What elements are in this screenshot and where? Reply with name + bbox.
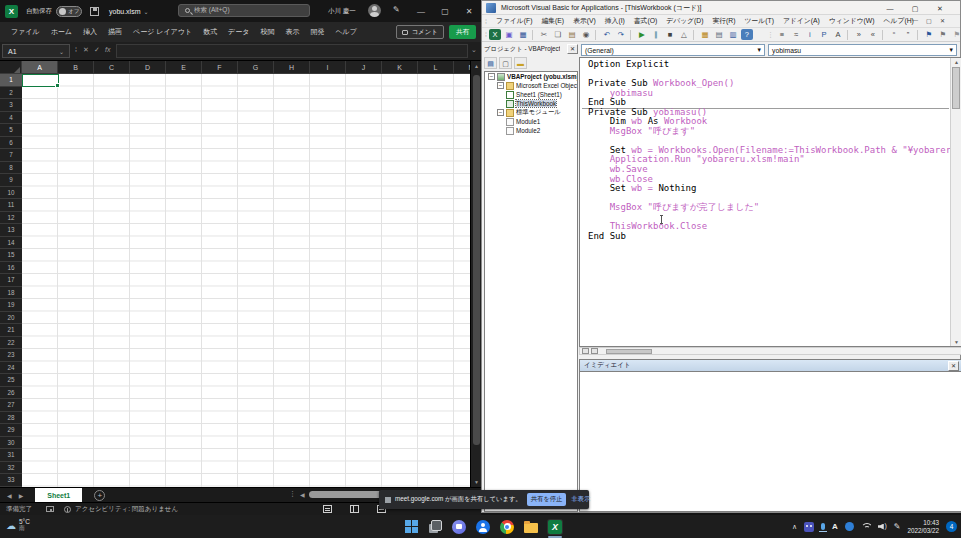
vba-menu-3[interactable]: 挿入(I) [605, 16, 625, 26]
code-horizontal-scrollbar[interactable] [579, 347, 961, 355]
excel-maximize-button[interactable]: ▢ [434, 0, 456, 22]
hide-share-bar-link[interactable]: 非表示 [571, 495, 590, 504]
uncomment-block-icon[interactable]: ” [902, 29, 914, 40]
tree-item-project[interactable]: −VBAProject (yobu.xlsm) [485, 72, 577, 81]
cancel-entry-icon[interactable]: ✕ [83, 46, 89, 54]
object-dropdown[interactable]: (General) ▾ [581, 44, 765, 56]
code-vscroll-thumb[interactable] [952, 67, 960, 109]
ribbon-tab-10[interactable]: ヘルプ [335, 27, 357, 37]
comment-block-icon[interactable]: “ [888, 29, 900, 40]
column-header-K[interactable]: K [382, 61, 418, 73]
quick-info-icon[interactable]: i [804, 29, 816, 40]
formula-expand-caret-icon[interactable]: ⌄ [471, 46, 477, 54]
formula-input[interactable] [116, 44, 468, 58]
row-header-20[interactable]: 20 [0, 312, 22, 325]
child-close-icon[interactable]: ✕ [940, 17, 945, 24]
fx-icon[interactable]: fx [105, 46, 110, 53]
code-scroll-up-icon[interactable]: ▲ [951, 59, 961, 65]
run-icon[interactable]: ▶ [636, 29, 648, 40]
project-explorer-icon[interactable]: ▦ [699, 29, 711, 40]
column-header-C[interactable]: C [94, 61, 130, 73]
cut-icon[interactable]: ✂ [538, 29, 550, 40]
task-taskbar-icon[interactable] [427, 519, 443, 535]
row-header-24[interactable]: 24 [0, 362, 22, 375]
vba-menu-1[interactable]: 編集(E) [541, 16, 564, 26]
help-icon[interactable]: ? [741, 29, 753, 40]
toggle-bookmark-icon[interactable]: ⚑ [923, 29, 935, 40]
code-scroll-down-icon[interactable]: ▼ [951, 339, 961, 345]
workbook-filename[interactable]: yobu.xlsm [109, 8, 141, 15]
cells-area[interactable] [22, 74, 470, 487]
toolbar-overflow-icon[interactable]: ⋮ [767, 31, 774, 39]
tree-item-folder[interactable]: −標準モジュール [485, 108, 577, 117]
sheet-nav-left-icon[interactable]: ◀ [7, 492, 12, 499]
row-header-26[interactable]: 26 [0, 387, 22, 400]
tree-item-module[interactable]: Module2 [485, 126, 577, 135]
procedure-dropdown[interactable]: yobimasu ▾ [768, 44, 957, 56]
chrome-taskbar-icon[interactable] [499, 519, 515, 535]
vba-menu-6[interactable]: 実行(R) [712, 16, 735, 26]
row-header-28[interactable]: 28 [0, 412, 22, 425]
vba-menu-10[interactable]: ヘルプ(H) [884, 16, 914, 26]
microphone-icon[interactable] [821, 523, 825, 530]
column-header-H[interactable]: H [274, 61, 310, 73]
full-module-view-icon[interactable] [591, 348, 598, 354]
toggle-folders-icon[interactable]: ▬ [514, 57, 527, 69]
ribbon-tab-9[interactable]: 開発 [310, 27, 324, 37]
chat-taskbar-icon[interactable] [451, 519, 467, 535]
break-icon[interactable]: ∥ [650, 29, 662, 40]
properties-window-icon[interactable]: ▤ [713, 29, 725, 40]
confirm-entry-icon[interactable]: ✓ [94, 46, 100, 54]
row-header-14[interactable]: 14 [0, 237, 22, 250]
row-header-25[interactable]: 25 [0, 374, 22, 387]
column-header-E[interactable]: E [166, 61, 202, 73]
pen-tray-icon[interactable]: ✎ [894, 522, 901, 531]
complete-word-icon[interactable]: A [832, 29, 844, 40]
ribbon-tab-1[interactable]: ホーム [51, 27, 72, 37]
list-constants-icon[interactable]: ≈ [790, 29, 802, 40]
row-header-16[interactable]: 16 [0, 262, 22, 275]
undo-icon[interactable]: ↶ [601, 29, 613, 40]
row-header-33[interactable]: 33 [0, 474, 22, 487]
tree-item-sheet[interactable]: Sheet1 (Sheet1) [485, 90, 577, 99]
tray-blue-app-icon[interactable] [845, 522, 854, 531]
paste-icon[interactable]: ▤ [566, 29, 578, 40]
tab-splitter-icon[interactable]: ⋮ [289, 490, 296, 498]
row-header-22[interactable]: 22 [0, 337, 22, 350]
folder-taskbar-icon[interactable] [523, 519, 539, 535]
design-mode-icon[interactable]: △ [678, 29, 690, 40]
clock[interactable]: 10:43 2022/03/22 [907, 519, 939, 534]
project-close-icon[interactable]: ✕ [567, 44, 578, 54]
row-header-8[interactable]: 8 [0, 162, 22, 175]
object-browser-icon[interactable]: ▥ [727, 29, 739, 40]
row-header-1[interactable]: 1 [0, 74, 22, 87]
vba-menu-7[interactable]: ツール(T) [745, 16, 774, 26]
sheet-tab-Sheet1[interactable]: Sheet1 [35, 488, 82, 503]
share-button[interactable]: 共有 [449, 25, 476, 39]
row-header-29[interactable]: 29 [0, 424, 22, 437]
outdent-icon[interactable]: « [867, 29, 879, 40]
immediate-close-icon[interactable]: ✕ [948, 361, 959, 371]
code-vertical-scrollbar[interactable]: ▲ ▼ [950, 58, 961, 346]
row-header-9[interactable]: 9 [0, 174, 22, 187]
row-header-23[interactable]: 23 [0, 349, 22, 362]
code-hscroll-thumb[interactable] [606, 349, 652, 354]
vba-menu-0[interactable]: ファイル(F) [496, 16, 533, 26]
hidden-icons-chevron-icon[interactable]: ∧ [792, 523, 797, 531]
save-icon[interactable] [90, 7, 99, 16]
row-header-30[interactable]: 30 [0, 437, 22, 450]
notification-badge[interactable]: 4 [946, 521, 957, 532]
autosave-toggle[interactable]: オフ [56, 6, 82, 17]
row-header-12[interactable]: 12 [0, 212, 22, 225]
stop-sharing-button[interactable]: 共有を停止 [527, 493, 567, 506]
ribbon-tab-3[interactable]: 描画 [108, 27, 122, 37]
ribbon-tab-8[interactable]: 表示 [285, 27, 299, 37]
column-header-G[interactable]: G [238, 61, 274, 73]
immediate-content[interactable] [579, 372, 961, 512]
row-header-17[interactable]: 17 [0, 274, 22, 287]
row-header-6[interactable]: 6 [0, 137, 22, 150]
tree-item-folder[interactable]: −Microsoft Excel Objects [485, 81, 577, 90]
column-header-A[interactable]: A [22, 61, 58, 73]
start-taskbar-icon[interactable] [403, 519, 419, 535]
column-header-M[interactable]: M [454, 61, 470, 73]
